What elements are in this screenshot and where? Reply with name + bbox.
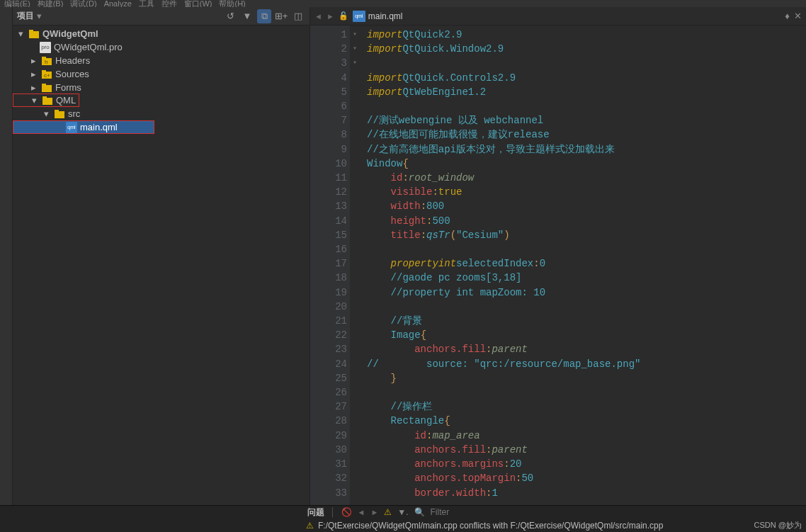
- editor-body[interactable]: 1234567891011121314151617181920212223242…: [310, 26, 806, 505]
- twistie-icon[interactable]: ▾: [41, 108, 51, 119]
- split-icon[interactable]: ◫: [291, 9, 305, 23]
- menu-item[interactable]: 窗口(W): [184, 0, 212, 7]
- svg-rect-11: [42, 96, 47, 99]
- twistie-icon[interactable]: ▸: [28, 82, 38, 93]
- warning-icon[interactable]: ⚠: [384, 507, 392, 517]
- tab-filename: main.qml: [368, 11, 403, 21]
- filter-input[interactable]: [431, 507, 544, 517]
- tree-label: QWidgetQml.pro: [54, 42, 123, 52]
- tree-item-headers[interactable]: ▸ h Headers: [13, 54, 310, 67]
- menu-item[interactable]: Analyze: [104, 0, 132, 7]
- folder-icon: c+: [41, 69, 52, 80]
- issue-prev-icon[interactable]: ◄: [358, 508, 365, 516]
- qml-file-icon: qml: [66, 122, 77, 133]
- qml-file-icon: qml: [353, 11, 365, 22]
- code-area[interactable]: importQtQuick2.9importQtQuick.Window2.9 …: [360, 26, 806, 505]
- tree-label: main.qml: [80, 122, 118, 132]
- tree-item-qml[interactable]: ▾ QML: [13, 94, 79, 107]
- editor-tabs: ◄ ► 🔓 qml main.qml ♦ ✕: [310, 7, 806, 26]
- tree-item-pro[interactable]: pro QWidgetQml.pro: [13, 40, 310, 54]
- folder-icon: [54, 108, 65, 120]
- folder-icon: [41, 82, 52, 94]
- menu-item[interactable]: 工具: [139, 0, 154, 7]
- folder-icon: [28, 28, 40, 40]
- menu-item[interactable]: 帮助(H): [219, 0, 245, 7]
- menubar: 编辑(E) 构建(B) 调试(D) Analyze 工具 控件 窗口(W) 帮助…: [0, 0, 806, 7]
- tree-root[interactable]: ▾ QWidgetQml: [13, 27, 310, 40]
- editor-pane: ◄ ► 🔓 qml main.qml ♦ ✕ 12345678910111213…: [310, 7, 806, 505]
- menu-item[interactable]: 构建(B): [38, 0, 64, 7]
- link-icon[interactable]: ⧉: [257, 9, 271, 23]
- close-icon[interactable]: ✕: [794, 11, 802, 21]
- warning-icon: ⚠: [306, 521, 314, 531]
- profile-icon: pro: [40, 42, 51, 53]
- dropdown-icon[interactable]: ▾: [37, 11, 42, 21]
- tree-item-main-qml[interactable]: qml main.qml: [13, 120, 154, 134]
- tree-label: Headers: [55, 55, 90, 66]
- twistie-icon[interactable]: ▾: [16, 28, 25, 39]
- twistie-icon[interactable]: ▸: [28, 69, 38, 79]
- project-tree[interactable]: ▾ QWidgetQml pro QWidgetQml.pro ▸ h Head…: [13, 26, 310, 505]
- menu-item[interactable]: 调试(D): [70, 0, 96, 7]
- svg-rect-1: [29, 30, 33, 33]
- editor-tab[interactable]: qml main.qml: [353, 11, 403, 22]
- clear-icon[interactable]: 🚫: [341, 507, 352, 517]
- tree-label: QML: [56, 95, 76, 106]
- menu-item[interactable]: 控件: [161, 0, 177, 7]
- issues-label[interactable]: 问题: [307, 506, 324, 519]
- folder-icon: [42, 95, 53, 106]
- tree-item-forms[interactable]: ▸ Forms: [13, 81, 310, 94]
- warning-text[interactable]: F:/QtExercise/QWidgetQml/main.cpp confli…: [318, 521, 663, 531]
- add-icon[interactable]: ⊞+: [274, 9, 288, 23]
- fold-gutter[interactable]: ▾▾▾: [350, 26, 360, 505]
- tree-label: Forms: [55, 82, 81, 93]
- svg-rect-9: [42, 84, 46, 86]
- sync-icon[interactable]: ↺: [223, 9, 237, 23]
- tree-label: QWidgetQml: [42, 28, 98, 39]
- nav-back-icon[interactable]: ◄: [314, 12, 322, 21]
- filter-icon[interactable]: ▼.: [397, 507, 408, 517]
- tree-item-src[interactable]: ▾ src: [13, 107, 310, 120]
- svg-text:h: h: [45, 59, 47, 65]
- nav-forward-icon[interactable]: ►: [327, 12, 334, 21]
- statusbar: 问题 │ 🚫 ◄ ► ⚠ ▼. 🔍 ⚠ F:/QtExercise/QWidge…: [0, 505, 806, 532]
- twistie-icon[interactable]: ▾: [29, 95, 39, 106]
- search-icon: 🔍: [414, 507, 425, 517]
- left-sidebar: [0, 7, 13, 505]
- panel-title: 项目: [17, 10, 34, 22]
- menu-item[interactable]: 编辑(E): [4, 0, 30, 7]
- project-panel: 项目 ▾ ↺ ▼ ⧉ ⊞+ ◫ ▾ QWidgetQml pro: [13, 7, 310, 505]
- folder-h-icon: h: [41, 55, 52, 67]
- svg-text:c+: c+: [44, 72, 50, 79]
- tree-label: src: [68, 108, 80, 119]
- lock-icon[interactable]: 🔓: [339, 11, 348, 21]
- twistie-icon[interactable]: ▸: [28, 55, 38, 66]
- svg-rect-13: [55, 110, 59, 113]
- issue-next-icon[interactable]: ►: [370, 508, 378, 516]
- filter-icon[interactable]: ▼: [240, 9, 254, 23]
- tree-item-sources[interactable]: ▸ c+ Sources: [13, 67, 310, 81]
- watermark: CSDN @妙为: [754, 520, 802, 531]
- project-panel-header: 项目 ▾ ↺ ▼ ⧉ ⊞+ ◫: [13, 7, 310, 26]
- tree-label: Sources: [55, 69, 89, 79]
- line-number-gutter: 1234567891011121314151617181920212223242…: [310, 26, 350, 505]
- dropdown-icon[interactable]: ♦: [785, 11, 790, 21]
